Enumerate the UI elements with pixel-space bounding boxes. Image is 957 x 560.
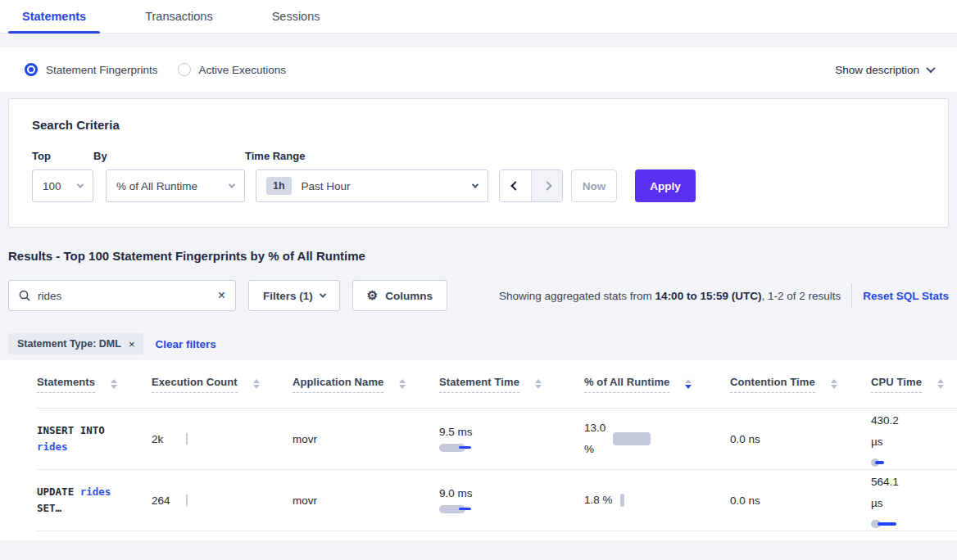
- column-header-label: Contention Time: [730, 376, 815, 393]
- sort-icon[interactable]: [535, 379, 542, 389]
- column-header-execution-count[interactable]: Execution Count: [152, 376, 293, 393]
- column-header-contention-time[interactable]: Contention Time: [730, 376, 871, 393]
- columns-button-label: Columns: [385, 290, 433, 302]
- search-box[interactable]: ×: [8, 280, 236, 311]
- column-header-label: Statements: [37, 376, 95, 393]
- application-name-cell: movr: [293, 433, 439, 445]
- aggregated-stats-note: Showing aggregated stats from 14:00 to 1…: [499, 290, 841, 302]
- bar-stddev-line: [878, 522, 896, 526]
- time-range-select[interactable]: 1h Past Hour: [256, 169, 488, 202]
- now-button[interactable]: Now: [571, 169, 617, 202]
- gear-icon: ⚙: [367, 288, 378, 303]
- clear-search-icon[interactable]: ×: [218, 289, 225, 302]
- contention-time-value: 0.0 ns: [730, 495, 760, 507]
- apply-button[interactable]: Apply: [635, 169, 696, 202]
- top-select[interactable]: 100: [32, 169, 93, 202]
- sort-icon[interactable]: [831, 379, 837, 389]
- stats-prefix: Showing aggregated stats from: [499, 290, 655, 302]
- statement-time-bar: [439, 443, 480, 453]
- sort-icon[interactable]: [253, 379, 260, 389]
- columns-button[interactable]: ⚙ Columns: [352, 280, 447, 311]
- search-icon: [19, 290, 30, 301]
- cpu-time-cell: 430.2 µs: [871, 410, 957, 467]
- sort-icon-active-desc[interactable]: [685, 379, 692, 389]
- show-description-toggle[interactable]: Show description: [835, 64, 934, 76]
- statement-text: SET…: [37, 502, 61, 514]
- application-name-cell: movr: [293, 495, 439, 507]
- by-select-value: % of All Runtime: [116, 180, 197, 192]
- column-header-application-name[interactable]: Application Name: [293, 376, 439, 393]
- radio-unselected-icon: [178, 63, 191, 76]
- next-time-button[interactable]: [531, 170, 562, 201]
- column-header-label: CPU Time: [871, 376, 922, 393]
- filters-button-label: Filters (1): [263, 290, 313, 302]
- previous-time-button[interactable]: [500, 170, 531, 201]
- radio-statement-fingerprints[interactable]: Statement Fingerprints: [25, 63, 158, 76]
- chevron-down-icon: [229, 181, 235, 187]
- application-name-value: movr: [293, 495, 317, 507]
- filter-chips-row: Statement Type: DML × Clear filters: [8, 333, 949, 355]
- statement-time-bar: [439, 504, 480, 514]
- column-header-runtime-pct[interactable]: % of All Runtime: [584, 376, 730, 393]
- tab-statements[interactable]: Statements: [8, 0, 100, 33]
- statement-fingerprint-link[interactable]: rides: [37, 440, 68, 453]
- contention-time-value: 0.0 ns: [730, 433, 760, 445]
- contention-time-cell: 0.0 ns: [730, 433, 871, 445]
- by-field-label: By: [93, 150, 245, 162]
- clear-filters-link[interactable]: Clear filters: [155, 338, 215, 350]
- view-toggle-row: Statement Fingerprints Active Executions…: [0, 47, 957, 92]
- time-range-field-label: Time Range: [245, 150, 488, 162]
- statement-time-cell: 9.5 ms: [439, 426, 584, 453]
- column-header-label: % of All Runtime: [584, 376, 669, 393]
- radio-active-executions[interactable]: Active Executions: [178, 63, 287, 76]
- column-header-statement-time[interactable]: Statement Time: [439, 376, 584, 393]
- statement-fingerprint-link[interactable]: rides: [80, 485, 111, 498]
- cpu-time-bar: [871, 519, 912, 529]
- chevron-right-icon: [542, 181, 551, 190]
- show-description-label: Show description: [835, 64, 919, 76]
- statement-cell: UPDATE rides SET…: [37, 484, 152, 517]
- time-range-field: Time Range 1h Past Hour: [245, 150, 488, 202]
- tab-sessions[interactable]: Sessions: [258, 0, 334, 33]
- close-icon[interactable]: ×: [129, 338, 135, 350]
- tab-transactions[interactable]: Transactions: [131, 0, 226, 33]
- sort-icon[interactable]: [937, 379, 944, 389]
- bar-stddev-line: [459, 446, 471, 449]
- sql-activity-tabbar: Statements Transactions Sessions: [0, 0, 957, 34]
- execution-count-cell: 2k: [152, 433, 293, 445]
- execution-count-value: 2k: [152, 433, 163, 445]
- chevron-left-icon: [510, 181, 519, 190]
- tab-statements-label: Statements: [22, 10, 86, 23]
- results-controls-row: × Filters (1) ⚙ Columns Showing aggregat…: [8, 280, 949, 311]
- cpu-time-value: 564.1 µs: [871, 472, 942, 514]
- contention-time-cell: 0.0 ns: [730, 495, 871, 507]
- column-header-label: Application Name: [293, 376, 383, 393]
- chevron-down-icon: [472, 181, 478, 187]
- by-select[interactable]: % of All Runtime: [106, 169, 245, 202]
- stats-suffix: , 1-2 of 2 results: [761, 290, 841, 302]
- filters-button[interactable]: Filters (1): [248, 280, 340, 311]
- filter-chip-label: Statement Type: DML: [17, 338, 121, 350]
- divider: [851, 283, 852, 308]
- chevron-down-icon: [320, 291, 326, 297]
- radio-active-executions-label: Active Executions: [199, 64, 287, 76]
- statement-cell: INSERT INTO rides: [37, 422, 152, 455]
- sort-icon[interactable]: [111, 379, 117, 389]
- statement-text: INSERT INTO: [37, 424, 105, 436]
- time-nav-group: [499, 169, 563, 202]
- column-header-label: Statement Time: [439, 376, 519, 393]
- radio-selected-icon: [25, 63, 38, 76]
- time-range-value: Past Hour: [302, 180, 351, 192]
- sort-icon[interactable]: [399, 379, 406, 389]
- execution-count-bar: [186, 495, 188, 507]
- cpu-time-value: 430.2 µs: [871, 410, 942, 453]
- filter-chip-statement-type[interactable]: Statement Type: DML ×: [8, 333, 143, 355]
- column-header-cpu-time[interactable]: CPU Time: [871, 376, 957, 393]
- runtime-pct-value: 1.8 %: [584, 490, 613, 511]
- search-input[interactable]: [38, 290, 218, 302]
- cpu-time-cell: 564.1 µs: [871, 472, 957, 529]
- reset-sql-stats-link[interactable]: Reset SQL Stats: [863, 290, 949, 302]
- cpu-time-bar: [871, 458, 912, 467]
- execution-count-value: 264: [152, 495, 170, 507]
- column-header-statements[interactable]: Statements: [37, 376, 152, 393]
